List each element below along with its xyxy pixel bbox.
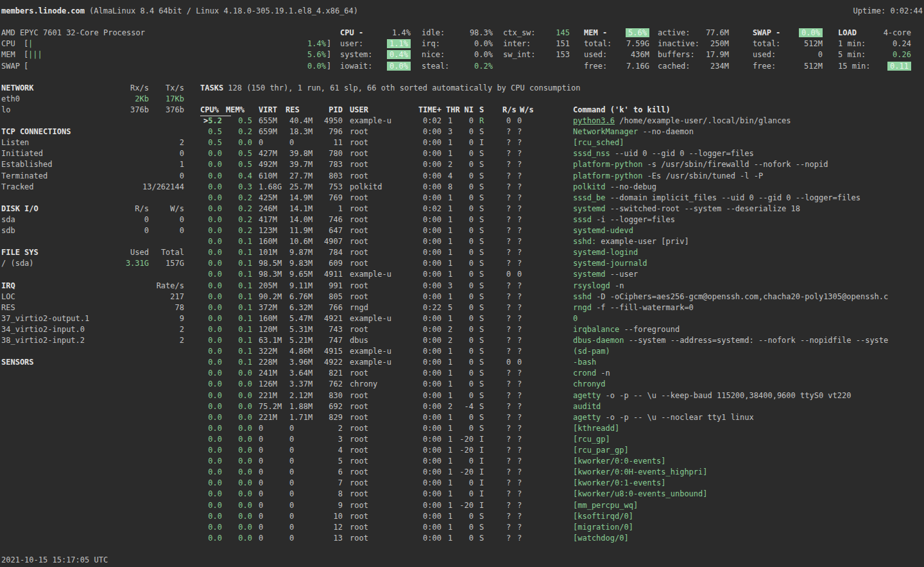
proc-command-args: --user [606,270,638,279]
proc-command-name: [kworker/u8:0-events_unbound] [573,489,708,498]
proc-mem: 0.2 [230,214,252,225]
proc-time: 0:00 [411,489,441,500]
proc-read-rate: ? [506,511,511,522]
proc-write-rate: ? [517,214,522,225]
proc-state: R [479,116,484,126]
proc-state: S [479,148,484,159]
proc-thr: 1 [448,522,452,533]
proc-cpu: 0.0 [193,159,222,170]
proc-write-rate: ? [517,500,522,511]
proc-pid: 8 [308,489,343,500]
proc-thr: 1 [448,258,452,269]
proc-command: [kworker/0:0-events] [573,456,666,467]
process-row: 0.00.5492M39.7M783root0:0020S??platform-… [0,159,924,171]
proc-state: I [479,137,484,148]
proc-user: root [350,193,368,204]
proc-time: 0:00 [411,269,441,280]
proc-user: root [350,478,368,489]
proc-virt: 98.5M [259,258,282,269]
proc-command-name: sssd_be [573,193,606,202]
proc-user: root [350,434,368,445]
proc-virt: 228M [259,357,277,368]
proc-write-rate: ? [517,137,522,148]
proc-pid: 5 [308,456,343,467]
proc-command: sshd -D -oCiphers=aes256-gcm@openssh.com… [573,292,888,302]
proc-thr: 2 [448,335,452,346]
proc-cpu: 0.0 [193,292,222,302]
proc-state: S [479,313,484,324]
proc-state: S [479,368,484,379]
proc-command: chronyd [573,379,606,390]
process-row: 0.00.0005root0:0010I??[kworker/0:0-event… [0,456,924,467]
process-row: 0.00.198.5M9.83M609root0:0010S??systemd-… [0,258,924,270]
proc-write-rate: ? [517,511,522,522]
proc-virt: 1.68G [259,182,282,193]
process-row: 0.00.0126M3.37M762chrony0:0010S??chronyd [0,379,924,390]
process-row: 0.00.0003root0:001-20I??[rcu_gp] [0,434,924,446]
proc-pid: 830 [308,390,343,401]
proc-pid: 692 [308,401,343,412]
proc-write-rate: ? [517,423,522,434]
proc-command-name: systemd-logind [573,248,638,257]
proc-command-name: agetty [573,391,601,400]
proc-pid: 991 [308,281,343,292]
proc-ni: 0 [454,390,474,401]
proc-ni: 0 [454,302,474,313]
proc-state: S [479,346,484,357]
proc-read-rate: 0 [506,357,511,368]
proc-user: chrony [350,379,377,390]
proc-write-rate: ? [517,292,522,302]
process-row: 0.00.0221M1.71M829root0:0010S??agetty -o… [0,412,924,424]
proc-read-rate: ? [506,236,511,247]
proc-ni: 0 [454,225,474,236]
process-row: 0.00.5427M39.8M780root0:0010S??sssd_nss … [0,148,924,160]
proc-user: example-u [350,313,391,324]
terminal-screen[interactable]: members.linode.com (AlmaLinux 8.4 64bit … [0,0,924,567]
proc-cpu: 0.5 [193,126,222,137]
proc-state: S [479,533,484,544]
proc-thr: 8 [448,182,452,193]
proc-pid: 784 [308,247,343,258]
proc-res: 0 [289,456,294,467]
proc-ni: 0 [454,412,474,423]
proc-cpu-value: 0.0 [208,325,222,334]
process-row: 0.00.0002root0:0010S??[kthreadd] [0,423,924,435]
proc-command: auditd [573,401,601,412]
proc-write-rate: ? [517,302,522,313]
proc-user: root [350,467,368,478]
proc-command-name: -bash [573,358,596,367]
proc-ni: 0 [454,456,474,467]
proc-cpu-value: 0.0 [208,501,222,510]
proc-state: S [479,511,484,522]
proc-ni: 0 [454,214,474,225]
proc-thr: 1 [448,148,452,159]
proc-time: 0:00 [411,346,441,357]
proc-command-name: rngd [573,303,592,312]
proc-state: S [479,324,484,335]
proc-thr: 1 [448,313,452,324]
network-row: eth02Kb17Kb [0,94,924,105]
proc-command-name: sssd_nss [573,149,610,158]
proc-time: 0:00 [411,368,441,379]
clock-line: 2021-10-15 15:17:05 UTC [0,555,924,566]
proc-read-rate: ? [506,126,511,137]
proc-user: root [350,171,368,182]
proc-mem: 0.0 [230,489,252,500]
proc-state: S [479,225,484,236]
proc-mem: 0.2 [230,204,252,214]
proc-read-rate: ? [506,137,511,148]
proc-virt: 0 [259,511,263,522]
proc-state: S [479,236,484,247]
proc-cpu-value: 0.0 [208,467,222,476]
proc-cpu: 0.0 [193,456,222,467]
proc-pid: 746 [308,214,343,225]
proc-virt: 659M [259,126,277,137]
proc-virt: 322M [259,346,277,357]
proc-cpu-value: 0.0 [208,424,222,433]
proc-cpu: 0.0 [193,500,222,511]
process-row: 0.00.2417M14.0M746root0:0010S??sssd -i -… [0,214,924,226]
proc-command-name: dbus-daemon [573,336,624,345]
proc-command: [rcu_par_gp] [573,445,629,456]
proc-mem: 0.1 [230,236,252,247]
proc-time: 0:00 [411,445,441,456]
